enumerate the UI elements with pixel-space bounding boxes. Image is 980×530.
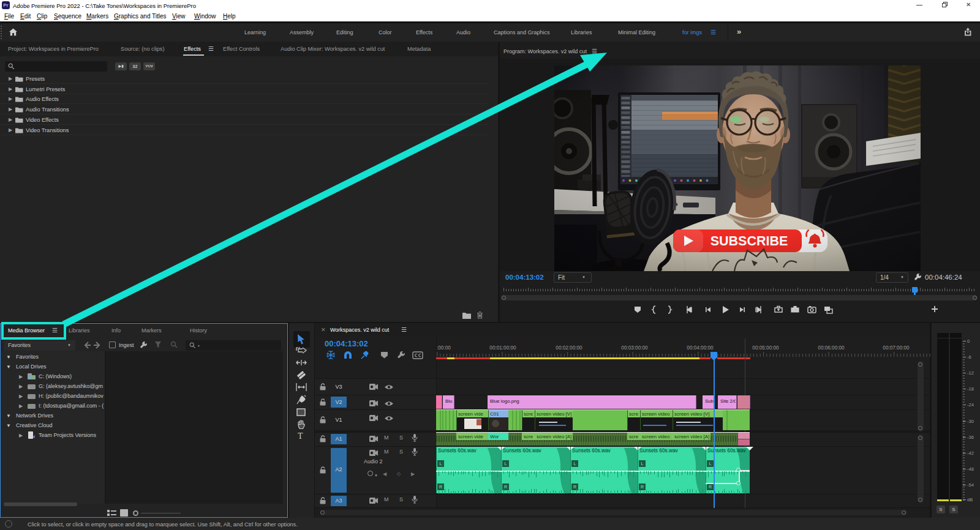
svg-text:00:01:00:00: 00:01:00:00 bbox=[489, 345, 516, 351]
svg-text:-18: -18 bbox=[967, 386, 974, 392]
svg-text:00:04:00:00: 00:04:00:00 bbox=[687, 345, 714, 351]
svg-text:00:06:00:00: 00:06:00:00 bbox=[818, 345, 845, 351]
svg-text:-48: -48 bbox=[967, 466, 974, 472]
svg-text:-12: -12 bbox=[967, 370, 974, 376]
svg-text:-24: -24 bbox=[967, 402, 974, 408]
svg-text:-30: -30 bbox=[967, 419, 974, 424]
svg-text:-54: -54 bbox=[967, 482, 974, 488]
svg-text:0: 0 bbox=[967, 338, 970, 344]
svg-text:00:02:00:00: 00:02:00:00 bbox=[556, 345, 582, 351]
svg-text:00:07:00:00: 00:07:00:00 bbox=[883, 345, 910, 351]
svg-text::00:00: :00:00 bbox=[437, 345, 451, 351]
svg-text:00:03:00:00: 00:03:00:00 bbox=[621, 345, 648, 351]
svg-text:00:05:00:00: 00:05:00:00 bbox=[752, 345, 779, 351]
svg-text:dB: dB bbox=[967, 497, 973, 502]
svg-text:-6: -6 bbox=[967, 354, 971, 360]
svg-text:-42: -42 bbox=[967, 450, 974, 456]
svg-text:-36: -36 bbox=[967, 435, 974, 440]
